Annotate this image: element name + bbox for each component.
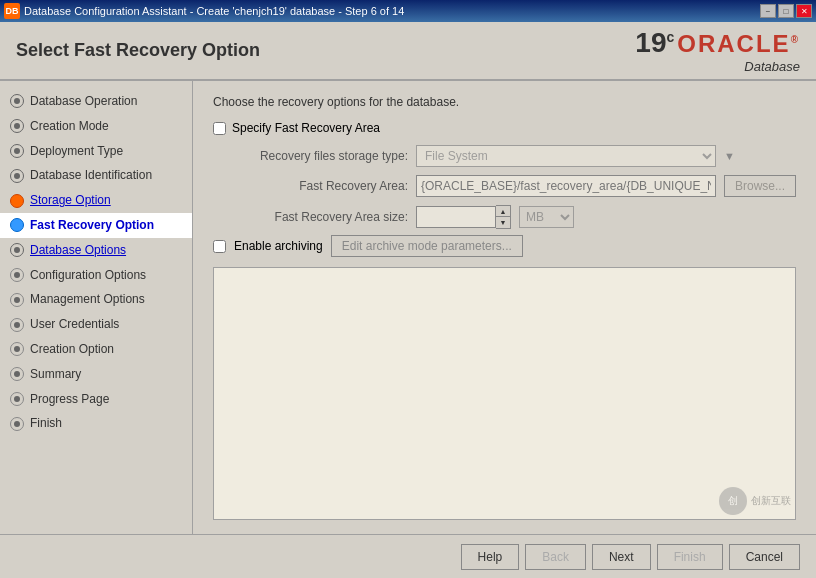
enable-archiving-checkbox[interactable] — [213, 240, 226, 253]
size-spinner: 12732 ▲ ▼ — [416, 205, 511, 229]
watermark-text: 创新互联 — [751, 494, 791, 508]
step-indicator-6 — [10, 218, 24, 232]
close-button[interactable]: ✕ — [796, 4, 812, 18]
title-bar-left: DB Database Configuration Assistant - Cr… — [4, 3, 404, 19]
sidebar: Database Operation Creation Mode Deploym… — [0, 81, 193, 534]
sidebar-item-deployment-type[interactable]: Deployment Type — [0, 139, 192, 164]
archive-params-button[interactable]: Edit archive mode parameters... — [331, 235, 523, 257]
spinner-up-button[interactable]: ▲ — [496, 206, 510, 217]
help-button[interactable]: Help — [461, 544, 520, 570]
sidebar-item-configuration-options[interactable]: Configuration Options — [0, 263, 192, 288]
finish-button[interactable]: Finish — [657, 544, 723, 570]
oracle-product: Database — [744, 59, 800, 74]
page-title: Select Fast Recovery Option — [16, 40, 260, 61]
step-indicator-13 — [10, 392, 24, 406]
oracle-logo: 19c ORACLE® Database — [635, 27, 800, 74]
sidebar-item-database-identification[interactable]: Database Identification — [0, 163, 192, 188]
step-indicator-10 — [10, 318, 24, 332]
sidebar-item-summary[interactable]: Summary — [0, 362, 192, 387]
bottom-nav: Help Back Next Finish Cancel — [0, 534, 816, 578]
spinner-down-button[interactable]: ▼ — [496, 217, 510, 228]
content-description: Choose the recovery options for the data… — [213, 95, 796, 109]
recovery-storage-label: Recovery files storage type: — [233, 149, 408, 163]
storage-dropdown-arrow: ▼ — [724, 150, 735, 162]
oracle-brand: ORACLE® — [677, 30, 800, 58]
unit-select[interactable]: MB GB TB — [519, 206, 574, 228]
oracle-version: 19c — [635, 27, 674, 59]
step-indicator-5 — [10, 194, 24, 208]
step-indicator-7 — [10, 243, 24, 257]
step-indicator-14 — [10, 417, 24, 431]
main-layout: Database Operation Creation Mode Deploym… — [0, 80, 816, 534]
specify-recovery-row: Specify Fast Recovery Area — [213, 121, 796, 135]
sidebar-item-finish[interactable]: Finish — [0, 411, 192, 436]
browse-button[interactable]: Browse... — [724, 175, 796, 197]
next-button[interactable]: Next — [592, 544, 651, 570]
window-controls: − □ ✕ — [760, 4, 812, 18]
step-indicator-11 — [10, 342, 24, 356]
fast-recovery-area-label: Fast Recovery Area: — [233, 179, 408, 193]
form-panel: Specify Fast Recovery Area Recovery file… — [213, 121, 796, 257]
bottom-info-panel: 创 创新互联 — [213, 267, 796, 520]
recovery-storage-row: Recovery files storage type: File System… — [233, 145, 796, 167]
fast-recovery-area-row: Fast Recovery Area: Browse... — [233, 175, 796, 197]
watermark: 创 创新互联 — [719, 487, 791, 515]
spinner-controls: ▲ ▼ — [496, 205, 511, 229]
form-fields: Recovery files storage type: File System… — [233, 145, 796, 229]
sidebar-item-creation-option[interactable]: Creation Option — [0, 337, 192, 362]
step-indicator-4 — [10, 169, 24, 183]
recovery-storage-select[interactable]: File System — [416, 145, 716, 167]
enable-archiving-label[interactable]: Enable archiving — [234, 239, 323, 253]
step-indicator-2 — [10, 119, 24, 133]
sidebar-item-fast-recovery-option[interactable]: Fast Recovery Option — [0, 213, 192, 238]
watermark-icon: 创 — [719, 487, 747, 515]
oracle-logo-top: 19c ORACLE® — [635, 27, 800, 59]
step-indicator-1 — [10, 94, 24, 108]
page-header: Select Fast Recovery Option 19c ORACLE® … — [0, 22, 816, 80]
sidebar-item-user-credentials[interactable]: User Credentials — [0, 312, 192, 337]
sidebar-item-progress-page[interactable]: Progress Page — [0, 387, 192, 412]
sidebar-item-creation-mode[interactable]: Creation Mode — [0, 114, 192, 139]
sidebar-item-storage-option[interactable]: Storage Option — [0, 188, 192, 213]
fast-recovery-size-label: Fast Recovery Area size: — [233, 210, 408, 224]
step-indicator-9 — [10, 293, 24, 307]
sidebar-item-database-options[interactable]: Database Options — [0, 238, 192, 263]
back-button[interactable]: Back — [525, 544, 586, 570]
step-indicator-8 — [10, 268, 24, 282]
specify-fast-recovery-checkbox[interactable] — [213, 122, 226, 135]
fast-recovery-size-row: Fast Recovery Area size: 12732 ▲ ▼ MB GB… — [233, 205, 796, 229]
minimize-button[interactable]: − — [760, 4, 776, 18]
step-indicator-12 — [10, 367, 24, 381]
fast-recovery-area-input[interactable] — [416, 175, 716, 197]
window-title: Database Configuration Assistant - Creat… — [24, 5, 404, 17]
sidebar-item-management-options[interactable]: Management Options — [0, 287, 192, 312]
cancel-button[interactable]: Cancel — [729, 544, 800, 570]
step-indicator-3 — [10, 144, 24, 158]
maximize-button[interactable]: □ — [778, 4, 794, 18]
app-icon: DB — [4, 3, 20, 19]
content-area: Choose the recovery options for the data… — [193, 81, 816, 534]
title-bar: DB Database Configuration Assistant - Cr… — [0, 0, 816, 22]
specify-fast-recovery-label[interactable]: Specify Fast Recovery Area — [232, 121, 380, 135]
sidebar-item-database-operation[interactable]: Database Operation — [0, 89, 192, 114]
archive-row: Enable archiving Edit archive mode param… — [213, 235, 796, 257]
fast-recovery-size-input[interactable]: 12732 — [416, 206, 496, 228]
